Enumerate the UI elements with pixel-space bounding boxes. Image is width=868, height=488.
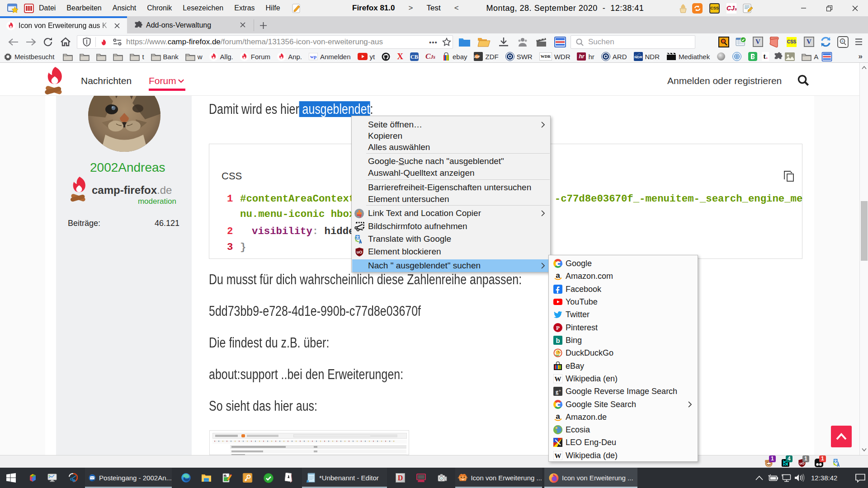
svg-text:P: P: [556, 324, 560, 331]
svg-text:uO: uO: [357, 250, 363, 254]
svg-text:a: a: [556, 272, 560, 280]
svg-text:2DF: 2DF: [474, 55, 481, 58]
svg-text:文: 文: [834, 459, 837, 463]
svg-text:文: 文: [355, 235, 359, 239]
svg-text:CB: CB: [410, 54, 418, 60]
svg-text:W: W: [555, 375, 561, 383]
svg-text:W: W: [555, 452, 561, 460]
svg-text:g: g: [556, 389, 558, 395]
svg-text:b: b: [556, 337, 560, 344]
svg-text:a: a: [556, 413, 560, 421]
svg-text:+: +: [559, 389, 561, 393]
